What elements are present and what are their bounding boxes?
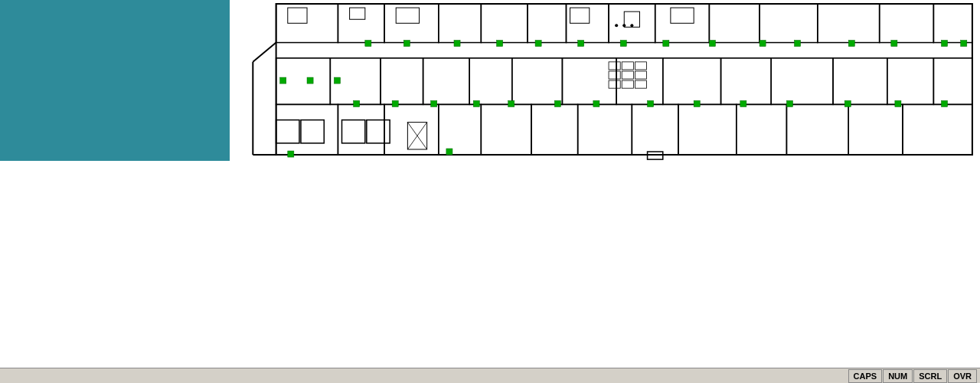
svg-rect-88 xyxy=(941,41,947,47)
svg-point-72 xyxy=(615,24,618,27)
svg-rect-89 xyxy=(961,41,967,47)
svg-point-74 xyxy=(630,24,633,27)
svg-rect-78 xyxy=(497,41,503,47)
svg-rect-83 xyxy=(709,41,715,47)
num-indicator: NUM xyxy=(883,369,913,383)
svg-rect-103 xyxy=(786,100,792,106)
svg-rect-100 xyxy=(648,100,654,106)
main-area xyxy=(0,0,980,368)
white-panel xyxy=(0,161,230,368)
svg-rect-87 xyxy=(891,41,897,47)
svg-rect-81 xyxy=(620,41,626,47)
map-area[interactable] xyxy=(230,0,980,368)
svg-rect-104 xyxy=(844,100,851,106)
svg-rect-92 xyxy=(334,77,340,83)
svg-rect-90 xyxy=(280,77,286,83)
svg-rect-95 xyxy=(431,100,437,106)
svg-rect-98 xyxy=(554,100,560,106)
svg-rect-93 xyxy=(354,100,360,106)
svg-rect-102 xyxy=(740,100,746,106)
status-bar: CAPS NUM SCRL OVR xyxy=(0,368,980,383)
svg-rect-107 xyxy=(288,151,294,157)
svg-rect-0 xyxy=(230,0,980,170)
ovr-indicator: OVR xyxy=(948,369,977,383)
svg-rect-75 xyxy=(365,41,371,47)
svg-rect-101 xyxy=(694,100,700,106)
svg-rect-94 xyxy=(392,100,398,106)
svg-point-73 xyxy=(622,24,626,27)
svg-rect-86 xyxy=(848,41,854,47)
svg-rect-108 xyxy=(446,149,452,155)
teal-panel xyxy=(0,0,230,161)
svg-rect-96 xyxy=(473,100,479,106)
svg-rect-105 xyxy=(895,100,901,106)
svg-rect-91 xyxy=(307,77,313,83)
scrl-indicator: SCRL xyxy=(913,369,947,383)
svg-rect-97 xyxy=(508,100,514,106)
svg-rect-77 xyxy=(454,41,460,47)
svg-rect-76 xyxy=(403,41,410,47)
caps-indicator: CAPS xyxy=(848,369,883,383)
svg-rect-80 xyxy=(578,41,584,47)
svg-rect-84 xyxy=(760,41,766,47)
svg-rect-106 xyxy=(941,100,947,106)
svg-rect-99 xyxy=(593,100,599,106)
floor-plan-svg xyxy=(230,0,980,368)
svg-rect-85 xyxy=(795,41,801,47)
svg-rect-82 xyxy=(663,41,669,47)
svg-rect-79 xyxy=(535,41,541,47)
left-panel xyxy=(0,0,230,368)
